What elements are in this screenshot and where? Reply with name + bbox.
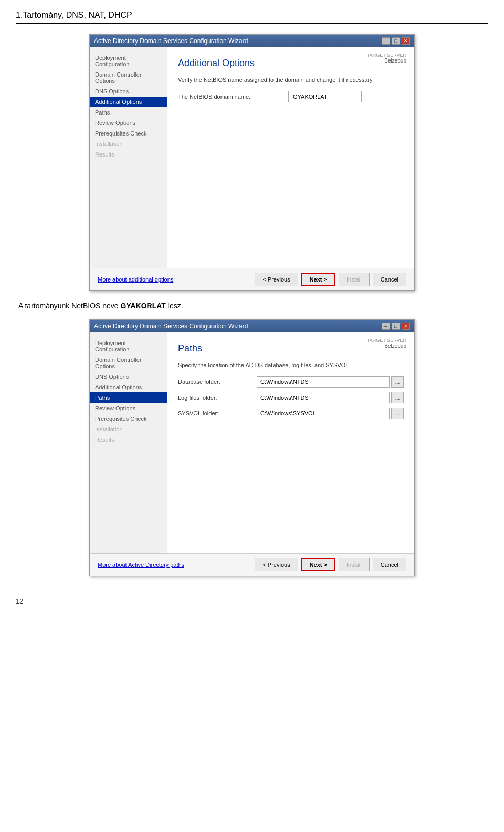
field-input-sysvol[interactable] <box>257 408 390 419</box>
titlebar-2: Active Directory Domain Services Configu… <box>90 320 414 332</box>
wizard-content-2: TARGET SERVER Belzebub Paths Specify the… <box>167 332 414 553</box>
target-server-badge-1: TARGET SERVER Belzebub <box>367 53 406 64</box>
sidebar-item-paths-2[interactable]: Paths <box>90 392 167 403</box>
sidebar-2: Deployment Configuration Domain Controll… <box>90 332 167 553</box>
netbios-input[interactable] <box>288 91 362 102</box>
description-2: Specify the location of the AD DS databa… <box>178 362 404 368</box>
titlebar-title-2: Active Directory Domain Services Configu… <box>94 323 248 330</box>
target-server-label-1: TARGET SERVER <box>367 53 406 58</box>
cancel-button-1[interactable]: Cancel <box>373 273 406 286</box>
page-title: 1.Tartomány, DNS, NAT, DHCP <box>16 11 488 24</box>
next-button-2[interactable]: Next > <box>301 558 335 571</box>
target-server-name-2: Belzebub <box>367 343 406 349</box>
next-button-1[interactable]: Next > <box>301 273 335 286</box>
install-button-1: Install <box>339 273 370 286</box>
sidebar-item-deployment-config-2[interactable]: Deployment Configuration <box>90 338 167 355</box>
footer-link-2[interactable]: More about Active Directory paths <box>98 561 184 568</box>
netbios-row: The NetBIOS domain name: <box>178 91 404 102</box>
sidebar-item-prerequisites-2[interactable]: Prerequisites Check <box>90 413 167 424</box>
titlebar-buttons-2: – □ ✕ <box>382 323 410 330</box>
minimize-button-1[interactable]: – <box>382 37 390 45</box>
wizard-window-1: Active Directory Domain Services Configu… <box>89 34 415 291</box>
wizard-window-2: Active Directory Domain Services Configu… <box>89 319 415 576</box>
sidebar-1: Deployment Configuration Domain Controll… <box>90 47 167 268</box>
browse-button-logfiles[interactable]: ... <box>391 392 404 403</box>
intertext: A tartományunk NetBIOS neve GYAKORLAT le… <box>16 301 488 310</box>
sidebar-item-prerequisites-1[interactable]: Prerequisites Check <box>90 128 167 139</box>
browse-button-database[interactable]: ... <box>391 376 404 388</box>
cancel-button-2[interactable]: Cancel <box>373 558 406 571</box>
netbios-label: The NetBIOS domain name: <box>178 93 272 100</box>
browse-button-sysvol[interactable]: ... <box>391 408 404 419</box>
sidebar-item-installation-2: Installation <box>90 424 167 434</box>
sidebar-item-additional-options-1[interactable]: Additional Options <box>90 97 167 107</box>
titlebar-title-1: Active Directory Domain Services Configu… <box>94 37 248 45</box>
close-button-2[interactable]: ✕ <box>402 323 410 330</box>
footer-buttons-2: < Previous Next > Install Cancel <box>255 558 406 571</box>
field-label-database: Database folder: <box>178 379 257 385</box>
sidebar-item-review-options-2[interactable]: Review Options <box>90 403 167 413</box>
minimize-button-2[interactable]: – <box>382 323 390 330</box>
sidebar-item-dns-options-1[interactable]: DNS Options <box>90 86 167 97</box>
description-1: Verify the NetBIOS name assigned to the … <box>178 77 404 83</box>
footer-buttons-1: < Previous Next > Install Cancel <box>255 273 406 286</box>
previous-button-1[interactable]: < Previous <box>255 273 298 286</box>
footer-link-1[interactable]: More about additional options <box>98 276 173 283</box>
sidebar-item-deployment-config-1[interactable]: Deployment Configuration <box>90 53 167 69</box>
wizard-body-1: Deployment Configuration Domain Controll… <box>90 47 414 268</box>
sidebar-item-dc-options-1[interactable]: Domain Controller Options <box>90 69 167 86</box>
field-row-database: Database folder: ... <box>178 376 404 388</box>
restore-button-2[interactable]: □ <box>392 323 400 330</box>
sidebar-item-dc-options-2[interactable]: Domain Controller Options <box>90 355 167 371</box>
field-label-logfiles: Log files folder: <box>178 394 257 401</box>
field-row-sysvol: SYSVOL folder: ... <box>178 408 404 419</box>
target-server-label-2: TARGET SERVER <box>367 338 406 343</box>
close-button-1[interactable]: ✕ <box>402 37 410 45</box>
sidebar-item-results-2: Results <box>90 434 167 445</box>
field-input-database[interactable] <box>257 376 390 388</box>
sidebar-item-paths-1[interactable]: Paths <box>90 107 167 118</box>
sidebar-item-dns-options-2[interactable]: DNS Options <box>90 371 167 382</box>
target-server-name-1: Belzebub <box>367 58 406 64</box>
page-number: 12 <box>16 597 488 605</box>
field-input-logfiles[interactable] <box>257 392 390 403</box>
wizard-body-2: Deployment Configuration Domain Controll… <box>90 332 414 553</box>
install-button-2: Install <box>339 558 370 571</box>
wizard-content-1: TARGET SERVER Belzebub Additional Option… <box>167 47 414 268</box>
wizard-footer-2: More about Active Directory paths < Prev… <box>90 553 414 576</box>
sidebar-item-additional-options-2[interactable]: Additional Options <box>90 382 167 392</box>
target-server-badge-2: TARGET SERVER Belzebub <box>367 338 406 349</box>
wizard-footer-1: More about additional options < Previous… <box>90 268 414 290</box>
field-label-sysvol: SYSVOL folder: <box>178 410 257 417</box>
sidebar-item-installation-1: Installation <box>90 139 167 149</box>
titlebar-buttons-1: – □ ✕ <box>382 37 410 45</box>
sidebar-item-review-options-1[interactable]: Review Options <box>90 118 167 128</box>
sidebar-item-results-1: Results <box>90 149 167 160</box>
field-row-logfiles: Log files folder: ... <box>178 392 404 403</box>
titlebar-1: Active Directory Domain Services Configu… <box>90 35 414 47</box>
restore-button-1[interactable]: □ <box>392 37 400 45</box>
previous-button-2[interactable]: < Previous <box>255 558 298 571</box>
